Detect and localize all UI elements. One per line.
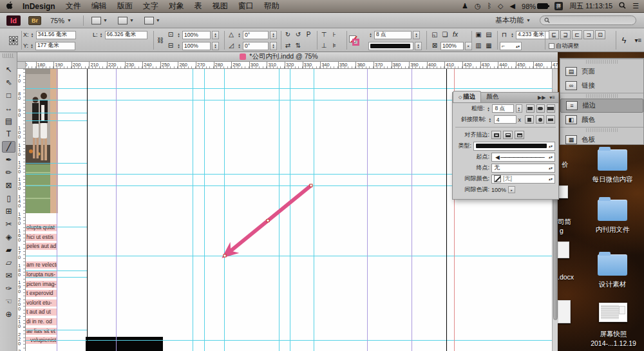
- anchor-point[interactable]: [267, 220, 269, 222]
- align-outside-button[interactable]: [515, 131, 524, 139]
- dock-item-3[interactable]: ◧颜色: [560, 113, 643, 127]
- tab-color[interactable]: 颜色: [481, 91, 504, 102]
- desktop-partial-label[interactable]: .docx: [558, 273, 574, 281]
- clock-icon[interactable]: ◷: [475, 3, 481, 10]
- bridge-button[interactable]: Br: [28, 16, 41, 25]
- scissors-tool[interactable]: ✂: [2, 218, 15, 230]
- battery-indicator[interactable]: 98%: [522, 3, 548, 10]
- workspace-switcher[interactable]: 基本功能▼: [495, 15, 531, 25]
- rectangle-tool[interactable]: ▯: [2, 193, 15, 204]
- wrap-bounding-icon[interactable]: ▤: [484, 32, 493, 38]
- desktop-partial-file-icon[interactable]: [558, 185, 568, 198]
- stroke-type-dropdown[interactable]: [368, 42, 413, 50]
- rotate-ccw-icon[interactable]: ↺: [294, 32, 303, 38]
- hand-tool[interactable]: ☜: [2, 296, 15, 307]
- qq-icon[interactable]: ♟: [462, 3, 468, 10]
- zoom-tool[interactable]: ⊕: [2, 308, 15, 320]
- dock-item-4[interactable]: ▦色板: [560, 133, 643, 147]
- wrap-none-icon[interactable]: ▣: [474, 32, 483, 38]
- constrain-proportions-toggle[interactable]: ⛓: [156, 28, 165, 52]
- desktop-partial-label[interactable]: 价: [562, 160, 569, 169]
- fit-frame-icon[interactable]: ⊒: [560, 30, 571, 39]
- flip-horizontal-icon[interactable]: ⇄: [283, 43, 292, 49]
- horizontal-ruler[interactable]: 1701801902002102202302402502602702802903…: [17, 62, 558, 69]
- desktop-screenshot-date[interactable]: 2014-...1.12.19: [576, 339, 644, 347]
- control-panel-menu-icon[interactable]: ▾≡: [634, 28, 643, 52]
- desktop-screenshot-icon[interactable]: [599, 303, 627, 322]
- fit-prop-icon[interactable]: ⊐: [583, 30, 594, 39]
- desktop-partial-label[interactable]: 司简: [558, 218, 571, 227]
- apple-menu-icon[interactable]: [6, 1, 14, 12]
- dock-item-2[interactable]: ≡描边: [560, 99, 643, 113]
- volume-icon[interactable]: ◀: [510, 3, 515, 10]
- document-tab-title[interactable]: *公司内刊.indd @ 75%: [249, 52, 317, 61]
- direct-selection-tool[interactable]: ⇖: [2, 77, 15, 88]
- join-miter-button[interactable]: [525, 115, 534, 124]
- gap-tint-value[interactable]: 100%: [491, 187, 506, 193]
- gradient-swatch-tool[interactable]: ▰: [2, 244, 15, 256]
- wifi-icon[interactable]: ◇: [498, 3, 503, 10]
- arrow-start-dropdown[interactable]: ◄──────────▴▾: [491, 153, 555, 162]
- arrange-documents-dropdown[interactable]: ▼: [144, 17, 160, 24]
- type-tool[interactable]: T: [2, 128, 15, 140]
- gradient-feather-tool[interactable]: ▱: [2, 257, 15, 269]
- stroke-weight-input[interactable]: 8 点: [492, 104, 514, 113]
- cap-round-button[interactable]: [536, 104, 545, 113]
- gap-color-dropdown[interactable]: [无]▴▾: [491, 175, 555, 184]
- miter-limit-input[interactable]: 4: [494, 115, 516, 124]
- align-inside-button[interactable]: [503, 131, 513, 139]
- desktop-folder-icon[interactable]: [598, 200, 627, 221]
- stroke-type-dropdown[interactable]: ▴▾: [473, 142, 555, 151]
- gap-tool[interactable]: ↔: [2, 102, 15, 114]
- center-content-icon[interactable]: ⊡: [595, 30, 605, 39]
- scale-x-field[interactable]: 100%: [182, 31, 211, 39]
- autofit-checkbox[interactable]: [549, 43, 554, 49]
- gap-tint-dropdown[interactable]: ▸: [508, 186, 515, 193]
- wrap-jump-icon[interactable]: ▦: [484, 43, 493, 49]
- toolbar-grip[interactable]: [3, 53, 14, 58]
- panel-collapse-icon[interactable]: ▶▶: [538, 95, 545, 100]
- stroke-swatch-pink[interactable]: [352, 39, 359, 46]
- menu-item-4[interactable]: 对象: [169, 1, 184, 10]
- dock-item-1[interactable]: ∞链接: [560, 79, 643, 93]
- desktop-folder-label[interactable]: 设计素材: [575, 280, 644, 289]
- desktop-folder-icon[interactable]: [598, 254, 627, 276]
- desktop-folder-label[interactable]: 内刊用文件: [575, 225, 644, 234]
- fit-content-icon[interactable]: ⊑: [549, 30, 559, 39]
- align-center-button[interactable]: [491, 131, 501, 139]
- eyedropper-tool[interactable]: ✑: [2, 283, 15, 294]
- panel-menu-icon[interactable]: ▾≡: [549, 95, 555, 100]
- stroke-weight-field[interactable]: 8 点: [374, 31, 412, 39]
- cap-butt-button[interactable]: [526, 104, 535, 113]
- arrow-end-dropdown[interactable]: 无▴▾: [491, 164, 555, 173]
- pen-tool[interactable]: ✒: [2, 154, 15, 166]
- quick-apply-icon[interactable]: ϟ: [620, 28, 629, 52]
- flip-vertical-icon[interactable]: ⇅: [294, 43, 303, 49]
- shear-angle-field[interactable]: 0°: [243, 42, 269, 50]
- scale-y-field[interactable]: 100%: [182, 42, 211, 50]
- note-tool[interactable]: ✉: [2, 270, 15, 281]
- distribute-v-icon[interactable]: ⊧: [330, 43, 339, 49]
- x-position-field[interactable]: 341.56 毫米: [36, 31, 76, 39]
- search-input[interactable]: [540, 15, 636, 25]
- anchor-point[interactable]: [310, 184, 312, 187]
- dock-item-0[interactable]: ▤页面: [560, 64, 643, 79]
- y-position-field[interactable]: 177 毫米: [35, 42, 75, 50]
- opacity-field[interactable]: 100%: [440, 42, 464, 50]
- bluetooth-icon[interactable]: ᛒ: [487, 3, 491, 10]
- rotate-cw-icon[interactable]: ↻: [283, 32, 292, 38]
- corner-shape-dropdown[interactable]: ⌐▴▾: [500, 42, 522, 50]
- page-tool[interactable]: □: [2, 90, 15, 101]
- content-collector-tool[interactable]: ▤: [2, 115, 15, 127]
- align-bottom-icon[interactable]: ⊥: [319, 43, 328, 49]
- menu-item-5[interactable]: 表: [194, 1, 202, 10]
- vertical-ruler[interactable]: 7 08 09 01 0 01 1 01 2 01 3 01 4 01 5 01…: [17, 69, 26, 351]
- desktop-folder-label[interactable]: 每日微信内容: [575, 175, 644, 184]
- tab-stroke[interactable]: ◇ 描边: [453, 91, 481, 102]
- spotlight-icon[interactable]: [619, 2, 626, 10]
- fill-frame-icon[interactable]: ⊏: [572, 30, 582, 39]
- corner-options-icon[interactable]: ◱: [430, 32, 439, 38]
- view-options-dropdown[interactable]: ▼: [91, 17, 108, 24]
- menu-item-7[interactable]: 窗口: [238, 1, 254, 10]
- menu-item-1[interactable]: 编辑: [91, 1, 107, 10]
